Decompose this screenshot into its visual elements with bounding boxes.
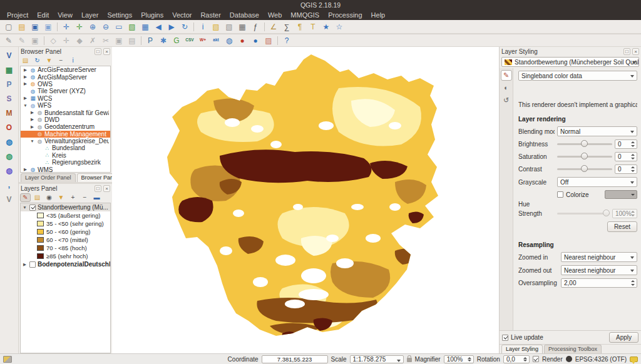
dock-tab[interactable]: Processing Toolbox: [544, 345, 602, 353]
properties-widget-button[interactable]: i: [68, 56, 78, 65]
zoom-in-button[interactable]: ⊕: [86, 21, 99, 33]
show-bookmarks-button[interactable]: ★: [320, 21, 332, 33]
zoomed-out-combo[interactable]: Nearest neighbour: [561, 265, 637, 275]
add-spatialite-layer-button[interactable]: S: [3, 93, 16, 104]
expand-arrow-icon[interactable]: ▼: [23, 103, 28, 108]
copy-features-button[interactable]: ▣: [113, 35, 125, 46]
transparency-tab[interactable]: ◐: [501, 83, 512, 93]
tree-item[interactable]: ▶ ◍ DWD: [21, 116, 110, 123]
menu-item[interactable]: Raster: [196, 11, 225, 19]
symbology-tab[interactable]: ✎: [501, 70, 512, 81]
layer-item[interactable]: ▼ Standortbewertung (Mü...: [21, 203, 110, 211]
legend-item[interactable]: <35 (äußerst gering): [21, 211, 110, 220]
web-plugin-globe-button[interactable]: ◍: [223, 35, 235, 46]
slider-handle[interactable]: [581, 153, 588, 159]
zoom-last-button[interactable]: ◀: [152, 21, 165, 33]
menu-item[interactable]: MMQGIS: [286, 11, 324, 19]
menu-item[interactable]: Web: [264, 11, 286, 19]
magnifier-spinbox[interactable]: 100%: [444, 355, 474, 363]
apply-button[interactable]: Apply: [609, 332, 638, 343]
expand-arrow-icon[interactable]: ▶: [22, 262, 28, 267]
saturation-spinbox[interactable]: 0: [615, 152, 637, 161]
tree-item[interactable]: ▼ ◍ WFS: [21, 102, 110, 109]
scale-combo[interactable]: 1:1.758.275: [350, 355, 404, 363]
new-shapefile-layer-button[interactable]: V: [3, 193, 16, 205]
filter-browser-button[interactable]: ▼: [44, 56, 54, 65]
add-wms-layer-button[interactable]: ◍: [3, 136, 16, 148]
legend-item[interactable]: 70 - <85 (hoch): [21, 244, 110, 252]
move-feature-button[interactable]: ✛: [60, 35, 73, 46]
tree-item[interactable]: ▶ ◍ ArcGisFeatureServer: [21, 66, 110, 73]
open-layer-styling-button[interactable]: ✎: [20, 193, 31, 202]
grayscale-combo[interactable]: Off: [557, 177, 637, 187]
manage-visibility-button[interactable]: ◉: [44, 193, 54, 202]
current-edits-button[interactable]: ✎: [3, 35, 15, 46]
expand-all-button[interactable]: +: [68, 193, 78, 202]
expand-arrow-icon[interactable]: ▶: [23, 81, 28, 86]
float-panel-icon[interactable]: □: [95, 48, 101, 55]
crs-status-text[interactable]: EPSG:4326 (OTF): [575, 356, 627, 363]
tree-item[interactable]: ◍ Machine Management: [21, 131, 110, 138]
map-tips-button[interactable]: ¶: [294, 21, 306, 33]
tree-item[interactable]: ▼ ◍ Verwaltungskreise_Deutsch: [21, 138, 110, 144]
add-delimited-text-button[interactable]: ,: [3, 179, 16, 191]
plugin-red-dot-button[interactable]: ●: [236, 35, 249, 46]
filter-legend-button[interactable]: ▼: [56, 193, 66, 202]
field-calculator-button[interactable]: ƒ: [249, 21, 262, 33]
zoom-full-button[interactable]: ▭: [113, 21, 125, 33]
expand-arrow-icon[interactable]: ▶: [23, 167, 28, 172]
tree-item[interactable]: ∴ Kreis: [21, 152, 110, 159]
menu-item[interactable]: Vector: [168, 11, 196, 19]
menu-item[interactable]: Settings: [103, 11, 136, 19]
help-contents-button[interactable]: ?: [280, 35, 293, 46]
close-panel-icon[interactable]: ×: [632, 48, 639, 55]
colorize-checkbox[interactable]: [557, 191, 563, 198]
add-vector-layer-button[interactable]: V: [3, 49, 16, 61]
expand-arrow-icon[interactable]: ▶: [29, 117, 35, 122]
identify-button[interactable]: i: [197, 21, 209, 33]
log-messages-icon[interactable]: [630, 356, 638, 362]
expand-arrow-icon[interactable]: ▶: [29, 110, 35, 115]
reset-button[interactable]: Reset: [607, 221, 637, 232]
pan-to-selection-button[interactable]: ✛: [73, 21, 86, 33]
menu-item[interactable]: Edit: [33, 11, 53, 19]
measure-line-button[interactable]: ∠: [267, 21, 280, 33]
legend-item[interactable]: 35 - <50 (sehr gering): [21, 220, 110, 228]
zoom-to-layer-button[interactable]: ▦: [139, 21, 151, 33]
heatmap-plugin-button[interactable]: ▨: [262, 35, 275, 46]
add-postgis-layer-button[interactable]: P: [3, 78, 16, 90]
crs-status-icon[interactable]: [566, 356, 572, 362]
refresh-browser-button[interactable]: ↻: [32, 56, 43, 65]
save-layer-edits-button[interactable]: ▣: [29, 35, 41, 46]
plugin-akt-button[interactable]: akt: [210, 35, 222, 46]
rotation-spinbox[interactable]: 0,0: [503, 355, 530, 363]
tree-item[interactable]: ▶ ◍ WMS: [21, 166, 110, 173]
save-project-button[interactable]: ▣: [29, 21, 41, 33]
layer-item[interactable]: ▶ BodenpotenzialDeutschl...: [21, 260, 110, 268]
slider-handle[interactable]: [581, 140, 588, 147]
tree-item[interactable]: ∴ Bundesland: [21, 144, 110, 151]
collapse-all-button[interactable]: −: [56, 56, 66, 65]
dock-tab[interactable]: Layer Order Panel: [21, 173, 76, 182]
expand-arrow-icon[interactable]: ▶: [23, 96, 28, 101]
brightness-spinbox[interactable]: 0: [615, 139, 637, 149]
renderer-combo[interactable]: Singleband color data: [518, 71, 637, 81]
plugin-blue-dot-button[interactable]: ●: [249, 35, 262, 46]
menu-item[interactable]: Help: [367, 11, 390, 19]
contrast-spinbox[interactable]: 0: [615, 164, 637, 174]
dock-tab[interactable]: Layer Styling: [501, 345, 543, 353]
expand-arrow-icon[interactable]: ▶: [29, 124, 35, 129]
pan-map-button[interactable]: ✛: [60, 21, 73, 33]
colorize-color-button[interactable]: [605, 190, 637, 199]
add-wcs-layer-button[interactable]: ◍: [3, 150, 16, 162]
legend-item[interactable]: 60 - <70 (mittel): [21, 236, 110, 244]
brightness-slider[interactable]: [557, 140, 612, 148]
history-tab[interactable]: ↺: [501, 95, 512, 106]
legend-item[interactable]: 50 - <60 (gering): [21, 228, 110, 236]
expand-arrow-icon[interactable]: ▼: [29, 139, 35, 143]
float-panel-icon[interactable]: □: [623, 48, 630, 55]
float-panel-icon[interactable]: □: [95, 185, 101, 192]
zoom-next-button[interactable]: ▶: [165, 21, 178, 33]
blending-mode-combo[interactable]: Normal: [557, 126, 637, 136]
strength-slider[interactable]: [557, 210, 610, 218]
